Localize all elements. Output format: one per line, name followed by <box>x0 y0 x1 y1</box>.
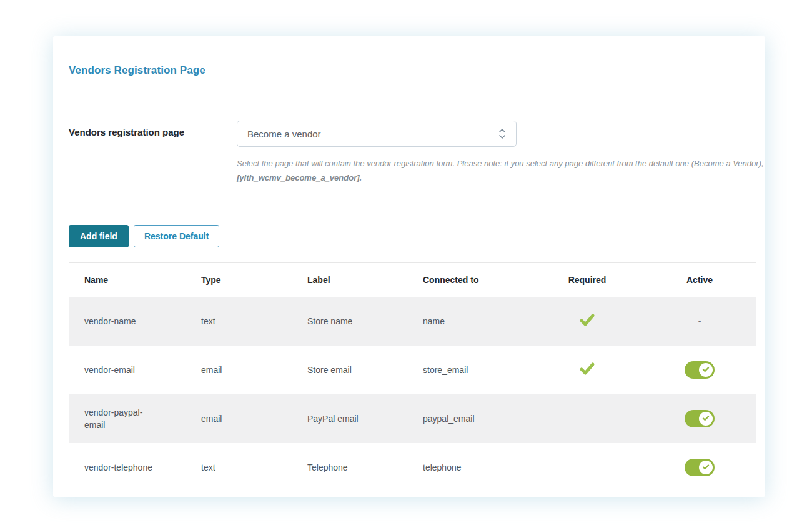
header-active: Active <box>643 263 756 297</box>
header-label: Label <box>292 263 407 297</box>
field-required-cell <box>531 297 643 346</box>
header-type: Type <box>186 263 292 297</box>
table-row: vendor-telephone text Telephone telephon… <box>69 443 756 492</box>
field-description-line1: Select the page that will contain the ve… <box>237 159 764 168</box>
registration-page-control: Become a vendor Select the page that wil… <box>237 121 756 185</box>
check-icon <box>579 361 595 378</box>
table-header-row: Name Type Label Connected to Required Ac… <box>69 263 756 297</box>
field-type-cell: email <box>186 346 292 394</box>
field-connected-cell: paypal_email <box>407 394 531 443</box>
field-active-cell <box>643 394 756 443</box>
table-row: vendor-name text Store name name - <box>69 297 756 346</box>
shortcode-text: [yith_wcmv_become_a_vendor]. <box>237 173 362 182</box>
add-field-button[interactable]: Add field <box>69 225 129 247</box>
field-name-cell: vendor-telephone <box>69 443 186 492</box>
field-name-cell: vendor-name <box>69 297 186 346</box>
header-required: Required <box>531 263 643 297</box>
field-required-cell <box>531 346 643 394</box>
toggle-check-icon <box>699 412 713 426</box>
registration-fields-table: Name Type Label Connected to Required Ac… <box>69 262 756 492</box>
check-icon <box>579 312 595 329</box>
no-toggle-placeholder: - <box>698 316 701 326</box>
active-toggle-on[interactable] <box>685 410 715 427</box>
restore-default-button[interactable]: Restore Default <box>134 225 219 247</box>
chevron-up-down-icon <box>498 127 506 140</box>
page-background: Vendors Registration Page Vendors regist… <box>0 0 812 497</box>
field-type-cell: email <box>186 394 292 443</box>
active-toggle-on[interactable] <box>685 459 715 476</box>
field-required-cell <box>531 443 643 492</box>
header-connected-to: Connected to <box>407 263 531 297</box>
field-type-cell: text <box>186 297 292 346</box>
settings-card: Vendors Registration Page Vendors regist… <box>53 36 765 497</box>
field-label-cell: PayPal email <box>292 394 407 443</box>
field-required-cell <box>531 394 643 443</box>
field-label-cell: Store name <box>292 297 407 346</box>
toggle-check-icon <box>699 461 713 474</box>
field-connected-cell: store_email <box>407 346 531 394</box>
page-title: Vendors Registration Page <box>69 64 756 77</box>
field-active-cell <box>643 346 756 394</box>
toolbar: Add field Restore Default <box>69 225 756 247</box>
active-toggle-on[interactable] <box>685 361 715 379</box>
field-description: Select the page that will contain the ve… <box>237 156 756 185</box>
registration-page-select[interactable]: Become a vendor <box>237 121 517 147</box>
header-name: Name <box>69 263 186 297</box>
field-active-cell <box>643 443 756 492</box>
field-label-cell: Store email <box>292 346 407 394</box>
field-active-cell: - <box>643 297 756 346</box>
field-connected-cell: name <box>407 297 531 346</box>
table-row: vendor-paypal-email email PayPal email p… <box>69 394 756 443</box>
field-name-cell: vendor-paypal-email <box>69 394 186 443</box>
table-row: vendor-email email Store email store_ema… <box>69 346 756 394</box>
field-connected-cell: telephone <box>407 443 531 492</box>
toggle-check-icon <box>699 363 713 377</box>
registration-page-label: Vendors registration page <box>69 121 237 137</box>
field-name-cell: vendor-email <box>69 346 186 394</box>
field-type-cell: text <box>186 443 292 492</box>
field-label-cell: Telephone <box>292 443 407 492</box>
registration-page-setting: Vendors registration page Become a vendo… <box>69 121 756 185</box>
select-value: Become a vendor <box>247 129 321 139</box>
